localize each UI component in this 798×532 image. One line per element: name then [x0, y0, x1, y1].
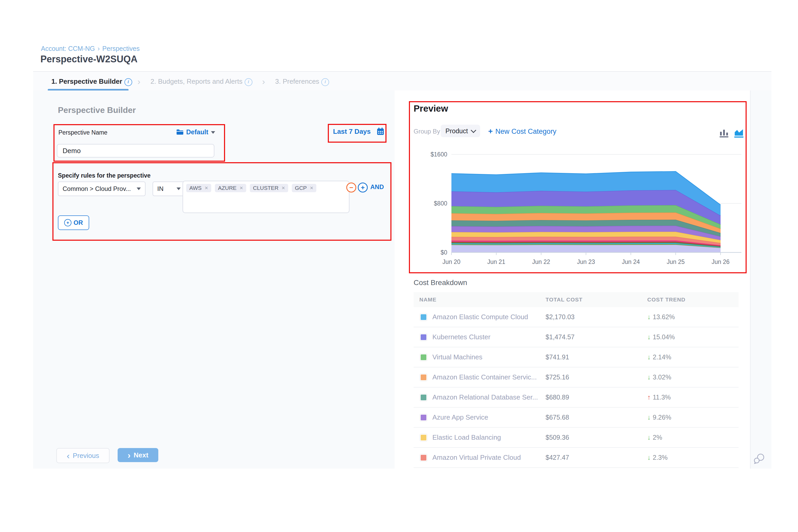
trend-percent: 11.3%: [653, 394, 671, 401]
remove-rule-button[interactable]: −: [346, 183, 356, 192]
chip-label: CLUSTER: [253, 185, 279, 191]
row-cost-trend: ↓3.02%: [647, 373, 671, 381]
row-cost-trend: ↓2.3%: [647, 454, 668, 461]
row-name[interactable]: Virtual Machines: [432, 353, 482, 361]
rule-value-chip[interactable]: CLUSTER×: [250, 184, 288, 192]
trend-percent: 2%: [653, 434, 662, 441]
table-row[interactable]: Amazon Elastic Compute Cloud$2,170.03↓13…: [414, 307, 739, 327]
x-axis-tick-label: Jun 20: [442, 259, 460, 265]
trend-down-icon: ↓: [647, 353, 651, 361]
table-row[interactable]: Azure App Service$675.68↓9.26%: [414, 407, 739, 428]
cost-breakdown-table-header: NAME TOTAL COST COST TREND: [414, 292, 739, 307]
previous-button[interactable]: ‹ Previous: [56, 448, 110, 463]
perspective-builder-page: Account: CCM-NG›Perspectives Perspective…: [0, 0, 798, 532]
series-color-swatch: [420, 414, 427, 421]
row-cost-trend: ↓2.14%: [647, 353, 671, 361]
info-icon[interactable]: i: [125, 78, 132, 86]
chart-type-toggle: [719, 128, 744, 138]
calendar-icon: [376, 127, 385, 136]
tab-budgets-reports-alerts[interactable]: 2. Budgets, Reports and Alertsi: [150, 77, 252, 86]
y-axis-tick-label: $0: [440, 249, 447, 256]
rule-value-chip[interactable]: AZURE×: [215, 184, 246, 192]
chat-help-icon[interactable]: [753, 453, 765, 465]
caret-down-icon: [211, 131, 215, 134]
chevron-left-icon: ‹: [67, 451, 70, 461]
row-name[interactable]: Amazon Elastic Container Servic...: [432, 373, 537, 381]
rule-values-input[interactable]: AWS×AZURE×CLUSTER×GCP×: [183, 181, 349, 213]
y-axis-tick-label: $1600: [431, 151, 447, 158]
table-row[interactable]: Amazon Elastic Container Servic...$725.1…: [414, 367, 739, 387]
perspective-name-input[interactable]: [57, 144, 214, 157]
series-color-swatch: [420, 314, 427, 321]
chip-close-icon[interactable]: ×: [205, 185, 208, 191]
series-color-swatch: [420, 454, 427, 461]
caret-down-icon: [176, 188, 181, 190]
row-cost-trend: ↑11.3%: [647, 393, 671, 401]
group-by-dropdown[interactable]: Product: [441, 125, 480, 137]
row-name[interactable]: Elastic Load Balancing: [432, 433, 501, 441]
row-total-cost: $680.89: [546, 394, 569, 401]
rule-field-dropdown[interactable]: Common > Cloud Prov...: [58, 182, 146, 196]
row-cost-trend: ↓9.26%: [647, 413, 671, 421]
info-icon[interactable]: i: [245, 78, 252, 86]
row-name[interactable]: Azure App Service: [432, 413, 488, 421]
chevron-down-icon: [471, 127, 476, 133]
tab-perspective-builder[interactable]: 1. Perspective Builderi: [51, 77, 132, 86]
series-color-swatch: [420, 334, 427, 341]
column-total-cost: TOTAL COST: [546, 297, 583, 303]
rules-section-label: Specify rules for the perspective: [58, 172, 150, 179]
row-total-cost: $741.91: [546, 353, 569, 361]
new-cost-category-link[interactable]: +New Cost Category: [488, 127, 556, 136]
chip-label: GCP: [295, 185, 307, 191]
row-cost-trend: ↓13.62%: [647, 313, 675, 321]
plus-icon: +: [361, 184, 365, 192]
table-row[interactable]: Elastic Load Balancing$509.36↓2%: [414, 428, 739, 448]
page-title: Perspective-W2SUQA: [40, 54, 137, 65]
info-icon[interactable]: i: [321, 78, 329, 86]
trend-percent: 15.04%: [653, 333, 675, 341]
preview-heading: Preview: [414, 103, 448, 114]
rule-value-chip[interactable]: GCP×: [292, 184, 316, 192]
trend-down-icon: ↓: [647, 433, 651, 441]
trend-percent: 9.26%: [653, 414, 671, 421]
x-axis-tick-label: Jun 22: [532, 259, 550, 265]
table-row[interactable]: Amazon Virtual Private Cloud$427.47↓2.3%: [414, 448, 739, 468]
area-series-unlabeled-lavender: [451, 245, 721, 252]
chip-close-icon[interactable]: ×: [310, 185, 313, 191]
date-range-selector[interactable]: Last 7 Days: [333, 127, 385, 136]
row-total-cost: $427.47: [546, 454, 569, 461]
bar-chart-icon[interactable]: [719, 128, 729, 138]
x-axis-tick-label: Jun 24: [622, 259, 640, 265]
tab-preferences[interactable]: 3. Preferencesi: [275, 77, 329, 86]
row-total-cost: $675.68: [546, 414, 569, 421]
table-row[interactable]: Kubernetes Cluster$1,474.57↓15.04%: [414, 327, 739, 347]
folder-selector[interactable]: Default: [176, 128, 215, 136]
row-name[interactable]: Amazon Elastic Compute Cloud: [432, 313, 528, 321]
chip-close-icon[interactable]: ×: [240, 185, 243, 191]
trend-down-icon: ↓: [647, 373, 651, 381]
trend-down-icon: ↓: [647, 333, 651, 341]
row-total-cost: $725.16: [546, 374, 569, 381]
chip-close-icon[interactable]: ×: [282, 185, 285, 191]
caret-down-icon: [137, 188, 141, 190]
table-row[interactable]: Amazon Relational Database Ser...$680.89…: [414, 387, 739, 407]
trend-up-icon: ↑: [647, 393, 651, 401]
row-name[interactable]: Amazon Virtual Private Cloud: [432, 454, 521, 461]
rule-operator-dropdown[interactable]: IN: [153, 182, 185, 196]
row-name[interactable]: Amazon Relational Database Ser...: [432, 393, 538, 401]
rule-value-chip[interactable]: AWS×: [186, 184, 211, 192]
y-axis-tick-label: $800: [434, 200, 447, 207]
add-rule-button[interactable]: +: [358, 183, 368, 192]
group-by-label: Group By: [414, 128, 440, 135]
trend-percent: 3.02%: [653, 374, 671, 381]
table-row[interactable]: Virtual Machines$741.91↓2.14%: [414, 347, 739, 367]
chevron-right-icon: ›: [137, 76, 140, 87]
add-or-rule-button[interactable]: + OR: [58, 215, 89, 230]
next-button[interactable]: › Next: [118, 448, 158, 462]
area-chart-icon[interactable]: [734, 128, 744, 138]
row-name[interactable]: Kubernetes Cluster: [432, 333, 491, 341]
trend-percent: 13.62%: [653, 313, 675, 321]
breadcrumb-account-link[interactable]: Account: CCM-NG: [41, 45, 95, 52]
x-axis-tick-label: Jun 26: [711, 259, 729, 265]
breadcrumb-perspectives-link[interactable]: Perspectives: [102, 45, 139, 52]
